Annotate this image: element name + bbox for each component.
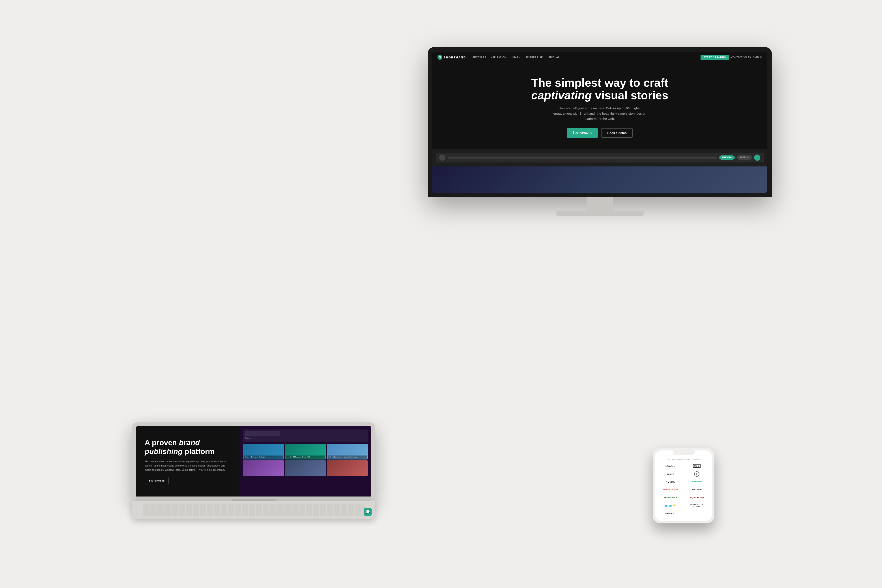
story-card-2: Jan-Dec SEO Annual Report 2023 (285, 444, 326, 459)
laptop-screen-bottom-bezel (136, 496, 371, 501)
brand-dowjones: DOW JONES (686, 487, 708, 492)
laptop-hero-left: A proven brand publishing platform Short… (136, 426, 240, 496)
editor-avatar-2 (754, 154, 760, 161)
brand-nature-text: nature (667, 472, 674, 475)
monitor-nav-right: START CREATING CONTACT SALES SIGN IN (700, 55, 762, 60)
monitor-stand-neck (586, 197, 613, 210)
story-card-3: Sell the Caribbean on a shoestring budge… (327, 444, 368, 459)
monitor-editor-area: PREVIEW PUBLISH (432, 149, 767, 166)
laptop-title-em: brand (179, 438, 200, 447)
hero-title-line1: The simplest way to craft (531, 76, 668, 89)
monitor-screen-inner: SHORTHAND FEATURES INSPIRATION ↓ LEARN ↓… (432, 52, 767, 193)
brand-tripadvisor-text: tripadvisor (692, 481, 702, 483)
hero-title-em: captivating (531, 89, 592, 102)
brand-savechildren-text: Save the Children (663, 489, 678, 490)
shorthand-logo-icon (438, 55, 442, 60)
laptop-start-creating-button[interactable]: Start creating (145, 477, 169, 484)
nav-pricing[interactable]: PRICING (548, 56, 559, 58)
monitor-start-creating-button[interactable]: START CREATING (700, 55, 729, 60)
brand-honda-text: HONDA (666, 481, 675, 483)
monitor-hero: The simplest way to craft captivating vi… (432, 63, 767, 149)
monitor-screen-outer: SHORTHAND FEATURES INSPIRATION ↓ LEARN ↓… (428, 47, 772, 197)
brand-honda: HONDA (659, 479, 682, 484)
story-card-1: Viaje de Camino de Santiago (243, 444, 284, 459)
laptop-screen-outer: A proven brand publishing platform Short… (132, 422, 375, 501)
laptop-hero: A proven brand publishing platform Short… (136, 426, 371, 496)
brand-unicef-text: unicef⚡ (664, 504, 676, 507)
brand-nikkei: NIKKEI (659, 511, 682, 516)
brand-oxford: UNIVERSITY OFOXFORD (686, 503, 708, 508)
monitor-hero-subtitle: How you tell your story matters. Deliver… (551, 106, 648, 122)
laptop-title-line3: platform (183, 447, 214, 456)
laptop: A proven brand publishing platform Short… (132, 422, 375, 519)
brand-dowjones-text: DOW JONES (691, 489, 702, 491)
monitor-hero-demo-button[interactable]: Book a demo (601, 128, 633, 138)
brand-nikkei-text: NIKKEI (665, 512, 676, 515)
phone-outer: Loved by the world's most iconic brands … (652, 448, 714, 524)
brand-bbc-text: BBC (693, 464, 701, 468)
publish-pill[interactable]: PUBLISH (737, 155, 752, 160)
brand-wikimedia-text: ⊙ (696, 473, 698, 475)
laptop-hero-title: A proven brand publishing platform (145, 438, 231, 456)
nav-enterprise[interactable]: ENTERPRISE ↓ (526, 56, 545, 58)
nav-features[interactable]: FEATURES (472, 56, 486, 58)
laptop-hero-desc: Shorthand powers the feature articles, d… (145, 459, 231, 472)
monitor-screenshot-gradient (432, 166, 767, 193)
brand-nature: nature (659, 471, 682, 477)
monitor-nav-links: FEATURES INSPIRATION ↓ LEARN ↓ ENTERPRIS… (472, 56, 559, 58)
phone: Loved by the world's most iconic brands … (652, 448, 714, 524)
monitor-hero-buttons: Start creating Book a demo (441, 128, 759, 138)
monitor-logo-text: SHORTHAND (444, 56, 466, 59)
laptop-title-line1: A proven (145, 438, 179, 447)
brand-greenpeace-text: GREENPEACE (663, 497, 677, 499)
brand-savechildren: Save the Children (659, 487, 682, 492)
monitor-signin-button[interactable]: SIGN IN (753, 56, 762, 58)
monitor-screenshot (432, 166, 767, 193)
laptop-title-line2: publishing (145, 447, 183, 456)
chat-button[interactable]: 💬 (364, 508, 372, 516)
brand-greenpeace: GREENPEACE (659, 495, 682, 501)
story-card-3-title: Sell the Caribbean on a shoestring budge… (328, 456, 366, 458)
story-grid-top: Stories (243, 429, 368, 442)
phone-header-text: Loved by the world's most iconic brands (659, 458, 708, 460)
phone-inner: Loved by the world's most iconic brands … (656, 450, 712, 521)
brand-english-heritage-text: English Heritage (690, 497, 704, 498)
monitor-contact-sales-button[interactable]: CONTACT SALES (731, 56, 751, 58)
story-grid: Stories Viaje de Camino de Santiago (240, 426, 371, 496)
story-card-5 (285, 460, 326, 476)
story-card-2-title: Jan-Dec SEO Annual Report 2023 (286, 456, 324, 458)
laptop-screen-border: A proven brand publishing platform Short… (136, 426, 371, 496)
brand-oxford-text: UNIVERSITY OFOXFORD (690, 504, 704, 507)
story-card-6 (327, 460, 368, 476)
brand-unicef: unicef⚡ (659, 503, 682, 508)
monitor-nav: SHORTHAND FEATURES INSPIRATION ↓ LEARN ↓… (432, 52, 767, 63)
brand-wikimedia-icon: ⊙ (694, 471, 699, 477)
nav-learn[interactable]: LEARN ↓ (512, 56, 523, 58)
brand-christies: Christie's (659, 464, 682, 469)
brand-christies-text: Christie's (666, 465, 675, 467)
brand-english-heritage: English Heritage (686, 495, 708, 501)
brand-bbc: BBC (686, 464, 708, 469)
phone-brand-grid: Christie's BBC nature ⊙ (659, 464, 708, 516)
stories-label: Stories (245, 437, 366, 439)
phone-notch (672, 450, 694, 455)
preview-pill[interactable]: PREVIEW (719, 155, 735, 160)
story-card-1-title: Viaje de Camino de Santiago (245, 456, 282, 458)
brand-tripadvisor: tripadvisor (686, 479, 708, 484)
monitor-stand-base (556, 210, 644, 216)
story-search-bar (245, 431, 280, 436)
laptop-hero-right: Stories Viaje de Camino de Santiago (240, 426, 371, 496)
hero-title-line2: visual stories (592, 89, 668, 102)
monitor-hero-title: The simplest way to craft captivating vi… (441, 76, 759, 102)
monitor-hero-start-button[interactable]: Start creating (567, 128, 598, 138)
story-cards-row-1: Viaje de Camino de Santiago Jan-Dec SEO … (243, 444, 368, 459)
monitor-editor-bar: PREVIEW PUBLISH (436, 153, 764, 162)
editor-avatar-1 (439, 154, 446, 161)
scene: SHORTHAND FEATURES INSPIRATION ↓ LEARN ↓… (88, 30, 794, 559)
monitor-logo: SHORTHAND (438, 55, 466, 60)
monitor: SHORTHAND FEATURES INSPIRATION ↓ LEARN ↓… (428, 47, 772, 216)
chat-icon: 💬 (366, 510, 370, 514)
story-cards-row-2 (243, 460, 368, 476)
nav-inspiration[interactable]: INSPIRATION ↓ (490, 56, 508, 58)
phone-content: Loved by the world's most iconic brands … (656, 450, 712, 521)
